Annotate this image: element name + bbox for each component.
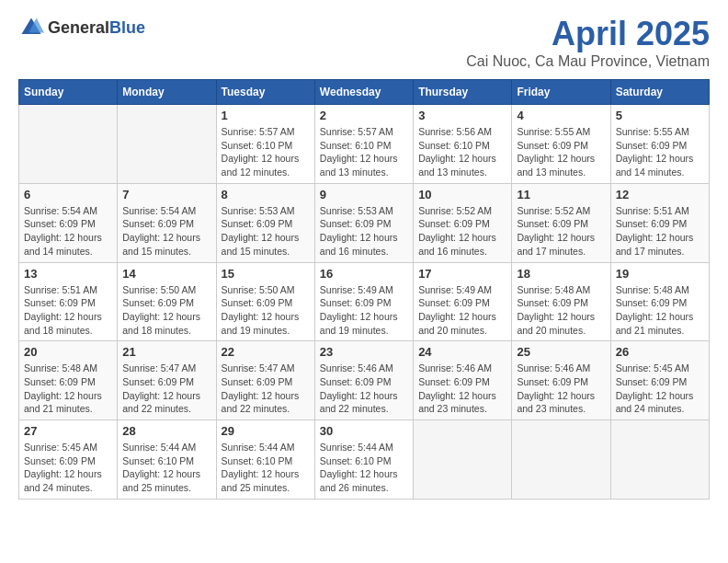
day-number: 15	[222, 267, 310, 281]
weekday-header-tuesday: Tuesday	[216, 80, 314, 105]
calendar-cell: 11Sunrise: 5:52 AM Sunset: 6:09 PM Dayli…	[512, 183, 610, 262]
calendar-cell: 12Sunrise: 5:51 AM Sunset: 6:09 PM Dayli…	[610, 183, 709, 262]
calendar-cell: 1Sunrise: 5:57 AM Sunset: 6:10 PM Daylig…	[216, 105, 314, 184]
day-number: 18	[517, 267, 605, 281]
day-number: 28	[122, 424, 210, 438]
day-info: Sunrise: 5:50 AM Sunset: 6:09 PM Dayligh…	[222, 283, 310, 338]
day-number: 23	[320, 345, 408, 359]
weekday-header-thursday: Thursday	[414, 80, 512, 105]
day-number: 22	[222, 345, 310, 359]
calendar-cell: 22Sunrise: 5:47 AM Sunset: 6:09 PM Dayli…	[216, 341, 314, 420]
day-number: 9	[320, 188, 408, 201]
week-row-1: 1Sunrise: 5:57 AM Sunset: 6:10 PM Daylig…	[19, 105, 710, 184]
day-info: Sunrise: 5:57 AM Sunset: 6:10 PM Dayligh…	[320, 125, 408, 179]
day-number: 2	[320, 109, 408, 122]
day-number: 16	[320, 267, 408, 281]
day-info: Sunrise: 5:52 AM Sunset: 6:09 PM Dayligh…	[418, 204, 506, 259]
calendar-cell: 15Sunrise: 5:50 AM Sunset: 6:09 PM Dayli…	[216, 262, 314, 341]
calendar-cell: 13Sunrise: 5:51 AM Sunset: 6:09 PM Dayli…	[19, 262, 118, 341]
day-info: Sunrise: 5:48 AM Sunset: 6:09 PM Dayligh…	[616, 283, 704, 338]
logo: GeneralBlue	[18, 15, 145, 40]
week-row-4: 20Sunrise: 5:48 AM Sunset: 6:09 PM Dayli…	[19, 341, 710, 420]
day-number: 7	[122, 188, 210, 201]
day-info: Sunrise: 5:48 AM Sunset: 6:09 PM Dayligh…	[517, 283, 605, 338]
calendar-body: 1Sunrise: 5:57 AM Sunset: 6:10 PM Daylig…	[19, 105, 710, 500]
weekday-header-friday: Friday	[512, 80, 610, 105]
title-area: April 2025 Cai Nuoc, Ca Mau Province, Vi…	[466, 15, 710, 70]
day-info: Sunrise: 5:47 AM Sunset: 6:09 PM Dayligh…	[122, 362, 210, 416]
calendar-cell: 6Sunrise: 5:54 AM Sunset: 6:09 PM Daylig…	[19, 183, 118, 262]
day-info: Sunrise: 5:53 AM Sunset: 6:09 PM Dayligh…	[222, 204, 310, 259]
day-info: Sunrise: 5:54 AM Sunset: 6:09 PM Dayligh…	[24, 204, 112, 259]
calendar-cell	[414, 420, 512, 500]
day-number: 26	[616, 345, 704, 359]
subtitle: Cai Nuoc, Ca Mau Province, Vietnam	[466, 53, 710, 70]
day-info: Sunrise: 5:47 AM Sunset: 6:09 PM Dayligh…	[222, 362, 310, 416]
calendar-cell: 5Sunrise: 5:55 AM Sunset: 6:09 PM Daylig…	[610, 105, 709, 184]
calendar-cell: 3Sunrise: 5:56 AM Sunset: 6:10 PM Daylig…	[414, 105, 512, 184]
week-row-2: 6Sunrise: 5:54 AM Sunset: 6:09 PM Daylig…	[19, 183, 710, 262]
calendar-cell: 4Sunrise: 5:55 AM Sunset: 6:09 PM Daylig…	[512, 105, 610, 184]
day-number: 14	[122, 267, 210, 281]
calendar-cell: 17Sunrise: 5:49 AM Sunset: 6:09 PM Dayli…	[414, 262, 512, 341]
day-info: Sunrise: 5:46 AM Sunset: 6:09 PM Dayligh…	[418, 362, 506, 416]
calendar-cell: 18Sunrise: 5:48 AM Sunset: 6:09 PM Dayli…	[512, 262, 610, 341]
day-info: Sunrise: 5:49 AM Sunset: 6:09 PM Dayligh…	[320, 283, 408, 338]
calendar-cell: 26Sunrise: 5:45 AM Sunset: 6:09 PM Dayli…	[610, 341, 709, 420]
day-info: Sunrise: 5:55 AM Sunset: 6:09 PM Dayligh…	[517, 125, 605, 179]
day-number: 25	[517, 345, 605, 359]
day-info: Sunrise: 5:51 AM Sunset: 6:09 PM Dayligh…	[24, 283, 112, 338]
calendar-cell: 2Sunrise: 5:57 AM Sunset: 6:10 PM Daylig…	[314, 105, 413, 184]
calendar-cell: 21Sunrise: 5:47 AM Sunset: 6:09 PM Dayli…	[118, 341, 216, 420]
weekday-header-saturday: Saturday	[610, 80, 709, 105]
weekday-header-row: SundayMondayTuesdayWednesdayThursdayFrid…	[19, 80, 710, 105]
weekday-header-monday: Monday	[118, 80, 216, 105]
day-number: 19	[616, 267, 704, 281]
day-info: Sunrise: 5:44 AM Sunset: 6:10 PM Dayligh…	[320, 441, 408, 495]
weekday-header-sunday: Sunday	[19, 80, 118, 105]
calendar-cell: 25Sunrise: 5:46 AM Sunset: 6:09 PM Dayli…	[512, 341, 610, 420]
logo-icon	[18, 15, 44, 40]
calendar-cell	[610, 420, 709, 500]
calendar-cell: 28Sunrise: 5:44 AM Sunset: 6:10 PM Dayli…	[118, 420, 216, 500]
calendar-cell: 29Sunrise: 5:44 AM Sunset: 6:10 PM Dayli…	[216, 420, 314, 500]
day-info: Sunrise: 5:46 AM Sunset: 6:09 PM Dayligh…	[320, 362, 408, 416]
day-info: Sunrise: 5:51 AM Sunset: 6:09 PM Dayligh…	[616, 204, 704, 259]
week-row-3: 13Sunrise: 5:51 AM Sunset: 6:09 PM Dayli…	[19, 262, 710, 341]
day-info: Sunrise: 5:46 AM Sunset: 6:09 PM Dayligh…	[517, 362, 605, 416]
day-number: 30	[320, 424, 408, 438]
day-info: Sunrise: 5:54 AM Sunset: 6:09 PM Dayligh…	[122, 204, 210, 259]
calendar-cell	[118, 105, 216, 184]
day-number: 3	[418, 109, 506, 122]
week-row-5: 27Sunrise: 5:45 AM Sunset: 6:09 PM Dayli…	[19, 420, 710, 500]
day-number: 13	[24, 267, 112, 281]
main-title: April 2025	[466, 15, 710, 53]
day-number: 6	[24, 188, 112, 201]
calendar-cell: 16Sunrise: 5:49 AM Sunset: 6:09 PM Dayli…	[314, 262, 413, 341]
calendar-cell: 14Sunrise: 5:50 AM Sunset: 6:09 PM Dayli…	[118, 262, 216, 341]
calendar-cell: 8Sunrise: 5:53 AM Sunset: 6:09 PM Daylig…	[216, 183, 314, 262]
calendar-cell: 30Sunrise: 5:44 AM Sunset: 6:10 PM Dayli…	[314, 420, 413, 500]
day-info: Sunrise: 5:49 AM Sunset: 6:09 PM Dayligh…	[418, 283, 506, 338]
day-number: 12	[616, 188, 704, 201]
calendar-cell: 20Sunrise: 5:48 AM Sunset: 6:09 PM Dayli…	[19, 341, 118, 420]
day-info: Sunrise: 5:44 AM Sunset: 6:10 PM Dayligh…	[122, 441, 210, 495]
day-info: Sunrise: 5:48 AM Sunset: 6:09 PM Dayligh…	[24, 362, 112, 416]
day-number: 17	[418, 267, 506, 281]
day-info: Sunrise: 5:45 AM Sunset: 6:09 PM Dayligh…	[616, 362, 704, 416]
logo-blue: Blue	[109, 18, 145, 37]
calendar-cell: 24Sunrise: 5:46 AM Sunset: 6:09 PM Dayli…	[414, 341, 512, 420]
calendar-cell: 27Sunrise: 5:45 AM Sunset: 6:09 PM Dayli…	[19, 420, 118, 500]
calendar: SundayMondayTuesdayWednesdayThursdayFrid…	[18, 79, 710, 500]
day-info: Sunrise: 5:44 AM Sunset: 6:10 PM Dayligh…	[222, 441, 310, 495]
page-header: GeneralBlue April 2025 Cai Nuoc, Ca Mau …	[18, 15, 710, 70]
weekday-header-wednesday: Wednesday	[314, 80, 413, 105]
day-number: 27	[24, 424, 112, 438]
calendar-cell: 23Sunrise: 5:46 AM Sunset: 6:09 PM Dayli…	[314, 341, 413, 420]
day-number: 8	[222, 188, 310, 201]
calendar-cell: 10Sunrise: 5:52 AM Sunset: 6:09 PM Dayli…	[414, 183, 512, 262]
day-number: 1	[222, 109, 310, 122]
day-number: 5	[616, 109, 704, 122]
calendar-cell: 9Sunrise: 5:53 AM Sunset: 6:09 PM Daylig…	[314, 183, 413, 262]
day-info: Sunrise: 5:53 AM Sunset: 6:09 PM Dayligh…	[320, 204, 408, 259]
